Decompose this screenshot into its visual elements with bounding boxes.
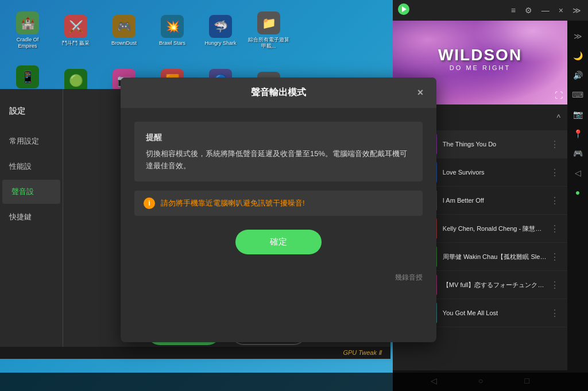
audio-modal: 聲音輸出模式 × 提醒 切換相容模式後，系統將降低聲音延遲及收音量至15%。電腦… [121,78,436,342]
playlist-item-more-5[interactable]: ⋮ [548,277,562,293]
settings-dialog: 設定 常用設定 性能設 聲音設 快捷鍵 聲音輸出模式 × 提醒 切換相容模式後，… [0,89,390,359]
toolbar-btn-volume[interactable]: 🔊 [569,67,586,84]
bluestacks-top-bar: ≡ ⚙ — × ≫ [393,0,588,21]
playlist-item-info-2: I Am Better Off [443,197,548,204]
toolbar-btn-location[interactable]: 📍 [569,125,586,142]
bs-minimize-icon[interactable]: — [539,3,552,17]
bluestacks-logo [397,3,410,18]
playlist-item-title-3: Kelly Chen, Ronald Cheng - 陳慧琳 & 鄭中基 -《製… [443,224,548,233]
toolbar-btn-camera[interactable]: 📷 [569,106,586,123]
alert-title: 提醒 [146,131,411,144]
sidebar-item-shortcuts[interactable]: 快捷鍵 [0,205,63,229]
sidebar-item-audio[interactable]: 聲音設 [2,180,60,204]
bs-settings-icon[interactable]: ⚙ [523,3,535,17]
audio-modal-body: 提醒 切換相容模式後，系統將降低聲音延遲及收音量至15%。電腦端音效配戴耳機可達… [121,108,436,342]
playlist-item-title-0: The Things You Do [443,141,548,148]
playlist-item-more-6[interactable]: ⋮ [548,305,562,321]
sidebar-item-common[interactable]: 常用設定 [0,129,63,153]
bs-close-icon[interactable]: × [556,3,566,17]
playlist-item-info-0: The Things You Do [443,141,548,148]
playlist-item-more-4[interactable]: ⋮ [548,249,562,265]
warning-box: i 請勿將手機靠近電腦喇叭避免訊號干擾噪音! [134,191,423,216]
playlist-chevron-icon[interactable]: ^ [556,113,560,122]
alert-box: 提醒 切換相容模式後，系統將降低聲音延遲及收音量至15%。電腦端音效配戴耳機可達… [134,122,423,181]
playlist-item-info-4: 周華健 Wakin Chau【孤枕難眠 Sleepless night alon… [443,253,548,261]
audio-modal-header: 聲音輸出模式 × [121,78,436,108]
playlist-item-title-5: 【MV full】恋するフォーチュンクッキー / AKB48[公式] [443,281,548,289]
audio-modal-close-button[interactable]: × [413,86,427,100]
desktop-icon-folder[interactable]: 📁 綜合所有電子遊算甲載... [246,5,292,56]
toolbar-btn-moon[interactable]: 🌙 [569,47,586,64]
info-icon: i [144,198,155,209]
playlist-item-title-4: 周華健 Wakin Chau【孤枕難眠 Sleepless night alon… [443,253,548,261]
taskbar[interactable] [0,373,588,391]
bs-expand-icon[interactable]: ≫ [570,3,583,17]
settings-content: 聲音輸出模式 × 提醒 切換相容模式後，系統將降低聲音延遲及收音量至15%。電腦… [63,89,390,359]
toolbar-btn-circle[interactable]: ● [569,184,586,201]
bs-menu-icon[interactable]: ≡ [509,3,518,17]
yt-expand-button[interactable]: ⛶ [555,91,563,100]
playlist-item-more-3[interactable]: ⋮ [548,221,562,237]
android-right-toolbar: ≫ 🌙 🔊 ⌨ 📷 📍 🎮 ◁ ● [567,0,588,391]
playlist-item-more-2[interactable]: ⋮ [548,193,562,208]
desktop-icon-2[interactable]: ⚔️ 鬥斗鬥 贏采 [53,5,99,56]
gpu-bar: GPU Tweak Ⅱ [0,347,390,359]
playlist-item-title-6: You Got Me All Lost [443,309,548,316]
toolbar-btn-game[interactable]: 🎮 [569,145,586,162]
toolbar-btn-arrow-left[interactable]: ◁ [569,164,586,181]
playlist-item-more-1[interactable]: ⋮ [548,165,562,180]
desktop-icon-browndust[interactable]: 🎮 BrownDust [101,5,147,56]
playlist-item-info-1: Love Survivors [443,169,548,176]
desktop-icon-brawlstars[interactable]: 💥 Brawl Stars [149,5,195,56]
playlist-item-info-6: You Got Me All Lost [443,309,548,316]
playlist-item-info-5: 【MV full】恋するフォーチュンクッキー / AKB48[公式] [443,281,548,289]
warning-text: 請勿將手機靠近電腦喇叭避免訊號干擾噪音! [161,198,305,208]
mic-label: 幾錄音授 [134,273,423,282]
wildson-subtitle: DO ME RIGHT [438,64,522,71]
toolbar-btn-expand[interactable]: ≫ [569,28,586,45]
settings-dialog-title: 設定 [0,100,63,128]
playlist-item-title-2: I Am Better Off [443,197,548,204]
gpu-label: GPU Tweak Ⅱ [343,349,381,357]
playlist-item-title-1: Love Survivors [443,169,548,176]
desktop: 🏰 Cradle Of Empires ⚔️ 鬥斗鬥 贏采 🎮 BrownDus… [0,0,588,391]
playlist-item-more-0[interactable]: ⋮ [548,137,562,152]
settings-sidebar: 設定 常用設定 性能設 聲音設 快捷鍵 [0,89,63,359]
audio-modal-title: 聲音輸出模式 [251,87,306,99]
sidebar-item-performance[interactable]: 性能設 [0,154,63,179]
desktop-icon-cradle[interactable]: 🏰 Cradle Of Empires [5,5,51,56]
wildson-title: WILDSON [438,46,522,64]
confirm-button[interactable]: 確定 [235,230,322,254]
playlist-item-info-3: Kelly Chen, Ronald Cheng - 陳慧琳 & 鄭中基 -《製… [443,224,548,233]
alert-text: 切換相容模式後，系統將降低聲音延遲及收音量至15%。電腦端音效配戴耳機可達最佳音… [146,148,411,172]
desktop-icon-hungry[interactable]: 🦈 Hungry Shark [198,5,243,56]
toolbar-btn-keyboard[interactable]: ⌨ [569,86,586,103]
